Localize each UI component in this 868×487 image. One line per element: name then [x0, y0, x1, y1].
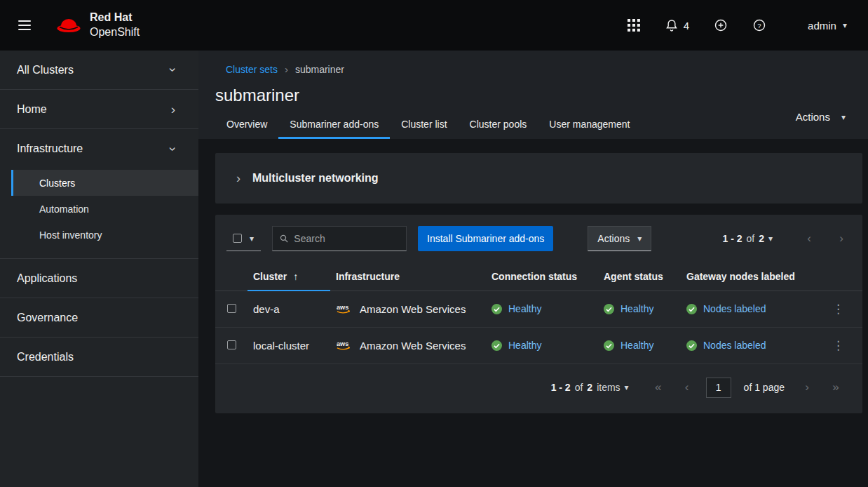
sidebar-item-label: Applications [17, 272, 77, 285]
infrastructure-cell: aws Amazon Web Services [336, 303, 480, 315]
sidebar-item-label: Infrastructure [17, 142, 83, 155]
plus-circle-icon [714, 18, 728, 32]
tab-bar: Overview Submariner add-ons Cluster list… [215, 112, 868, 139]
column-header-connection-status[interactable]: Connection status [486, 262, 598, 291]
pagination-top-menu[interactable]: 1 - 2 of 2 ▾ [722, 233, 773, 244]
multicluster-networking-card: › Multicluster networking [215, 153, 862, 204]
pagination-range: 1 - 2 [551, 382, 571, 393]
card-title: Multicluster networking [252, 172, 379, 185]
svg-text:aws: aws [337, 340, 348, 347]
sidebar-item-clusters[interactable]: Clusters [11, 170, 198, 196]
sidebar-item-applications[interactable]: Applications [0, 259, 198, 298]
connection-status-link[interactable]: Healthy [508, 340, 541, 351]
table-header-row: Cluster↑ Infrastructure Connection statu… [215, 262, 862, 291]
sidebar-item-host-inventory[interactable]: Host inventory [11, 222, 198, 248]
row-kebab-menu[interactable]: ⋮ [832, 338, 844, 353]
prev-page-button[interactable]: ‹ [799, 230, 819, 247]
notifications-button[interactable]: 4 [662, 15, 692, 35]
install-submariner-button[interactable]: Install Submariner add-ons [418, 226, 553, 251]
clusters-table: Cluster↑ Infrastructure Connection statu… [215, 262, 862, 364]
user-menu[interactable]: admin ▾ [808, 20, 847, 32]
success-check-icon [491, 304, 502, 314]
table-toolbar: ▾ Install Submariner add-ons Actions ▾ [215, 215, 862, 262]
pagination-bottom-menu[interactable]: 1 - 2 of 2 items ▾ [551, 382, 629, 393]
sidebar-item-label: Host inventory [39, 229, 102, 241]
sidebar-item-infrastructure[interactable]: Infrastructure › [0, 129, 198, 168]
tab-submariner-add-ons[interactable]: Submariner add-ons [278, 112, 390, 139]
create-button[interactable] [711, 15, 731, 35]
pagination-total: 2 [587, 382, 592, 393]
page-actions-dropdown[interactable]: Actions ▾ [796, 111, 846, 123]
row-checkbox[interactable] [227, 304, 236, 313]
agent-status-link[interactable]: Healthy [621, 303, 653, 314]
table-row: local-cluster aws Amazon Web Services [215, 327, 862, 363]
success-check-icon [604, 340, 614, 351]
sidebar-item-label: Governance [17, 312, 78, 324]
cluster-selector-label: All Clusters [17, 64, 74, 76]
search-input[interactable] [294, 233, 399, 244]
brand-line2: OpenShift [90, 25, 140, 40]
sidebar-item-governance[interactable]: Governance [0, 298, 198, 338]
masthead: Red Hat OpenShift 4 [0, 0, 868, 51]
cluster-selector[interactable]: All Clusters › [0, 51, 198, 90]
infrastructure-cell: aws Amazon Web Services [336, 340, 480, 352]
column-header-cluster[interactable]: Cluster↑ [247, 262, 330, 291]
page-body: › Multicluster networking ▾ [198, 139, 868, 487]
sidebar: All Clusters › Home › Infrastructure › C… [0, 51, 198, 487]
tab-user-management[interactable]: User management [538, 112, 641, 139]
search-icon [280, 234, 288, 244]
app-launcher-button[interactable] [625, 16, 643, 34]
column-header-gateway-nodes[interactable]: Gateway nodes labeled [681, 262, 808, 291]
sidebar-item-automation[interactable]: Automation [11, 196, 198, 222]
page-number-input[interactable] [706, 378, 731, 398]
pagination-top-nav: ‹ › [799, 230, 851, 247]
success-check-icon [491, 340, 502, 351]
pagination-items-label: items [597, 382, 620, 393]
pagination-of: of [746, 233, 754, 244]
gateway-nodes-link[interactable]: Nodes labeled [703, 340, 766, 351]
row-checkbox[interactable] [227, 340, 236, 349]
brand-line1: Red Hat [90, 11, 140, 25]
table-actions-dropdown[interactable]: Actions ▾ [588, 226, 651, 251]
column-header-infrastructure[interactable]: Infrastructure [330, 262, 486, 291]
red-hat-logo-icon [55, 15, 83, 36]
chevron-right-icon: › [236, 171, 240, 185]
success-check-icon [604, 304, 614, 314]
row-kebab-menu[interactable]: ⋮ [832, 302, 844, 316]
connection-status-link[interactable]: Healthy [508, 303, 541, 314]
agent-status-link[interactable]: Healthy [621, 340, 653, 351]
infrastructure-subnav: Clusters Automation Host inventory [0, 168, 198, 259]
sidebar-item-credentials[interactable]: Credentials [0, 338, 198, 377]
breadcrumb-separator-icon: › [285, 63, 288, 75]
search-box [272, 226, 407, 251]
sidebar-item-home[interactable]: Home › [0, 90, 198, 129]
tab-cluster-list[interactable]: Cluster list [390, 112, 458, 139]
success-check-icon [686, 304, 697, 314]
help-button[interactable]: ? [750, 15, 769, 35]
main-content: Cluster sets › submariner submariner Ove… [198, 51, 868, 487]
sort-ascending-icon: ↑ [293, 271, 298, 282]
notification-count: 4 [684, 20, 689, 32]
infrastructure-name: Amazon Web Services [360, 340, 466, 352]
bulk-select-dropdown[interactable]: ▾ [226, 226, 261, 251]
caret-down-icon: ▾ [250, 234, 254, 243]
first-page-button[interactable]: « [649, 379, 668, 396]
next-page-button[interactable]: › [832, 230, 851, 247]
last-page-button[interactable]: » [826, 379, 846, 396]
breadcrumb-cluster-sets-link[interactable]: Cluster sets [226, 64, 278, 75]
next-page-button[interactable]: › [797, 379, 817, 396]
app-launcher-grid-icon [628, 19, 640, 32]
nav-toggle-button[interactable] [14, 16, 35, 34]
caret-down-icon: ▾ [625, 383, 629, 392]
page-of-label: of 1 page [744, 382, 785, 393]
tab-overview[interactable]: Overview [215, 112, 278, 139]
chevron-down-icon: › [166, 147, 179, 151]
sidebar-item-label: Automation [39, 204, 89, 215]
gateway-nodes-link[interactable]: Nodes labeled [703, 303, 766, 314]
tab-cluster-pools[interactable]: Cluster pools [459, 112, 538, 139]
bulk-select-checkbox[interactable] [233, 234, 242, 243]
prev-page-button[interactable]: ‹ [677, 379, 697, 396]
column-header-agent-status[interactable]: Agent status [598, 262, 681, 291]
expand-toggle-button[interactable]: › [236, 171, 240, 186]
aws-icon: aws [336, 340, 353, 351]
